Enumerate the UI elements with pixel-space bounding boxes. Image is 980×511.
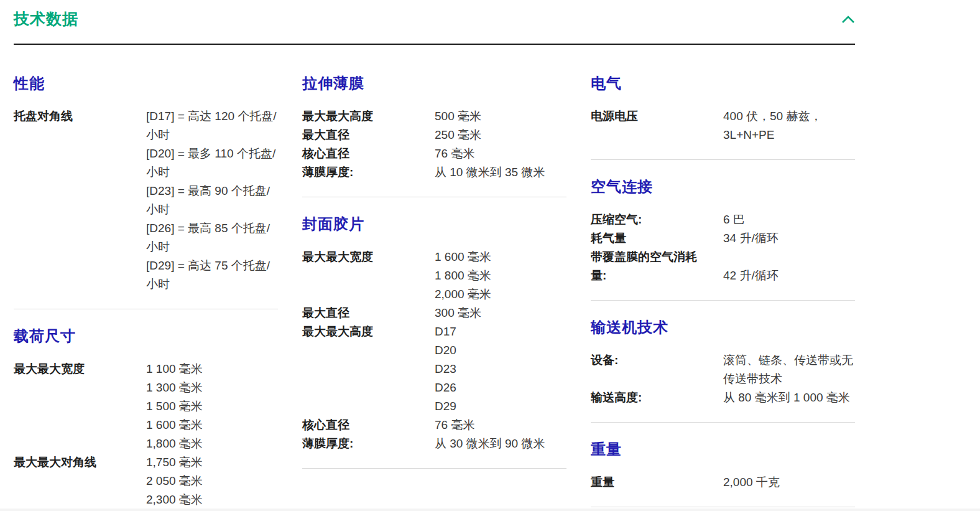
spec-value-line: [D23] = 最高 90 个托盘/小时 — [146, 182, 278, 219]
spec-value-line: D29 — [435, 397, 566, 416]
spec-value-line: 1 800 毫米 — [435, 266, 566, 285]
section-heading: 重量 — [591, 439, 855, 460]
spec-row: 设备:滚筒、链条、传送带或无传送带技术 — [591, 351, 855, 388]
spec-value: 250 毫米 — [435, 126, 566, 144]
spec-columns: 性能托盘对角线[D17] = 高达 120 个托盘/小时[D20] = 最多 1… — [14, 45, 855, 511]
spec-row: 电源电压400 伏，50 赫兹，3L+N+PE — [591, 107, 855, 144]
spec-section: 输送机技术设备:滚筒、链条、传送带或无传送带技术输送高度:从 80 毫米到 1 … — [591, 317, 855, 423]
spec-value-line: D17 — [435, 322, 566, 341]
spec-value-line: 76 毫米 — [435, 144, 566, 163]
spec-column: 性能托盘对角线[D17] = 高达 120 个托盘/小时[D20] = 最多 1… — [14, 45, 278, 511]
section-heading: 拉伸薄膜 — [302, 73, 566, 94]
section-heading: 性能 — [14, 73, 278, 94]
spec-value-line: 2,000 千克 — [723, 473, 855, 492]
spec-value-line: 1 600 毫米 — [435, 248, 566, 266]
spec-value: 从 80 毫米到 1 000 毫米 — [723, 388, 855, 407]
spec-row: 薄膜厚度:从 10 微米到 35 微米 — [302, 163, 566, 182]
spec-label: 耗气量 — [591, 229, 723, 248]
spec-value: 76 毫米 — [435, 144, 566, 163]
spec-label: 最大最大宽度 — [14, 360, 146, 378]
section-heading: 载荷尺寸 — [14, 326, 278, 347]
spec-value-line: 从 30 微米到 90 微米 — [435, 434, 566, 453]
spec-value-line: [D17] = 高达 120 个托盘/小时 — [146, 107, 278, 144]
section-heading: 输送机技术 — [591, 317, 855, 338]
spec-value-line: 从 10 微米到 35 微米 — [435, 163, 566, 182]
page-title: 技术数据 — [14, 9, 78, 29]
spec-value: 2,000 千克 — [723, 473, 855, 492]
spec-value-line: 滚筒、链条、传送带或无传送带技术 — [723, 351, 855, 388]
section-heading: 封面胶片 — [302, 213, 566, 235]
spec-value: 滚筒、链条、传送带或无传送带技术 — [723, 351, 855, 388]
spec-label: 压缩空气: — [591, 210, 723, 229]
spec-value-line: 1 600 毫米 — [146, 416, 278, 434]
spec-label: 最大直径 — [302, 304, 435, 322]
spec-label: 电源电压 — [591, 107, 723, 126]
spec-section: 性能托盘对角线[D17] = 高达 120 个托盘/小时[D20] = 最多 1… — [14, 73, 278, 309]
spec-value-line: [D29] = 高达 75 个托盘/小时 — [146, 256, 278, 294]
spec-row: 托盘对角线[D17] = 高达 120 个托盘/小时[D20] = 最多 110… — [14, 107, 278, 294]
spec-row: 输送高度:从 80 毫米到 1 000 毫米 — [591, 388, 855, 407]
spec-label: 最大最大对角线 — [14, 453, 146, 472]
spec-value-line: 76 毫米 — [435, 416, 566, 434]
spec-value-line: 2 050 毫米 — [146, 472, 278, 490]
spec-label: 最大直径 — [302, 126, 435, 144]
spec-value-line: 500 毫米 — [435, 107, 566, 126]
spec-label: 最大最大高度 — [302, 322, 435, 341]
spec-value: 42 升/循环 — [723, 266, 855, 285]
spec-label: 薄膜厚度: — [302, 434, 435, 453]
technical-data-panel: 技术数据 性能托盘对角线[D17] = 高达 120 个托盘/小时[D20] =… — [14, 0, 855, 511]
spec-value-line: D23 — [435, 360, 566, 378]
spec-value-line: 400 伏，50 赫兹，3L+N+PE — [723, 107, 855, 144]
spec-row: 耗气量34 升/循环 — [591, 229, 855, 248]
spec-row: 重量2,000 千克 — [591, 473, 855, 492]
spec-value-line: D26 — [435, 378, 566, 397]
spec-value-line: 1 300 毫米 — [146, 378, 278, 397]
spec-column: 拉伸薄膜最大最大高度500 毫米最大直径250 毫米核心直径76 毫米薄膜厚度:… — [302, 45, 566, 511]
spec-value: 76 毫米 — [435, 416, 566, 434]
spec-value: [D17] = 高达 120 个托盘/小时[D20] = 最多 110 个托盘/… — [146, 107, 278, 294]
spec-row: 最大最大对角线1,750 毫米2 050 毫米2,300 毫米 — [14, 453, 278, 509]
chevron-up-icon — [841, 16, 855, 26]
spec-value: 34 升/循环 — [723, 229, 855, 248]
spec-row: 最大最大高度D17D20D23D26D29 — [302, 322, 566, 416]
spec-label: 重量 — [591, 473, 723, 492]
spec-row: 核心直径76 毫米 — [302, 144, 566, 163]
spec-value-line: 1 100 毫米 — [146, 360, 278, 378]
spec-label: 核心直径 — [302, 144, 435, 163]
spec-value-line: 34 升/循环 — [723, 229, 855, 248]
spec-value-line: 从 80 毫米到 1 000 毫米 — [723, 388, 855, 407]
spec-value: 从 10 微米到 35 微米 — [435, 163, 566, 182]
spec-value-line: [D20] = 最多 110 个托盘/小时 — [146, 144, 278, 182]
spec-value-line: 1,800 毫米 — [146, 434, 278, 453]
spec-row: 核心直径76 毫米 — [302, 416, 566, 434]
spec-row: 最大直径300 毫米 — [302, 304, 566, 322]
spec-label: 设备: — [591, 351, 723, 370]
spec-value: 300 毫米 — [435, 304, 566, 322]
bottom-edge-strip — [0, 509, 980, 511]
spec-section: 重量重量2,000 千克 — [591, 439, 855, 507]
spec-value-line: 250 毫米 — [435, 126, 566, 144]
spec-value: 从 30 微米到 90 微米 — [435, 434, 566, 453]
spec-value-line: 1,750 毫米 — [146, 453, 278, 472]
spec-row: 最大直径250 毫米 — [302, 126, 566, 144]
spec-section: 空气连接压缩空气:6 巴耗气量34 升/循环带覆盖膜的空气消耗量:42 升/循环 — [591, 176, 855, 301]
collapse-button[interactable] — [841, 15, 855, 24]
spec-label: 最大最大高度 — [302, 107, 435, 126]
spec-section: 载荷尺寸最大最大宽度1 100 毫米1 300 毫米1 500 毫米1 600 … — [14, 326, 278, 511]
spec-label: 托盘对角线 — [14, 107, 146, 126]
spec-value: 1,750 毫米2 050 毫米2,300 毫米 — [146, 453, 278, 509]
spec-label: 最大最大宽度 — [302, 248, 435, 266]
spec-label: 薄膜厚度: — [302, 163, 435, 182]
spec-label: 带覆盖膜的空气消耗量: — [591, 248, 723, 285]
spec-section: 拉伸薄膜最大最大高度500 毫米最大直径250 毫米核心直径76 毫米薄膜厚度:… — [302, 73, 566, 197]
accordion-header[interactable]: 技术数据 — [14, 0, 855, 29]
spec-value: 400 伏，50 赫兹，3L+N+PE — [723, 107, 855, 144]
spec-value: 500 毫米 — [435, 107, 566, 126]
spec-value: 6 巴 — [723, 210, 855, 229]
spec-row: 带覆盖膜的空气消耗量:42 升/循环 — [591, 248, 855, 285]
spec-column: 电气电源电压400 伏，50 赫兹，3L+N+PE空气连接压缩空气:6 巴耗气量… — [591, 45, 855, 511]
spec-value-line: 2,300 毫米 — [146, 490, 278, 509]
section-heading: 电气 — [591, 73, 855, 94]
spec-label: 核心直径 — [302, 416, 435, 434]
spec-value: 1 100 毫米1 300 毫米1 500 毫米1 600 毫米1,800 毫米 — [146, 360, 278, 453]
